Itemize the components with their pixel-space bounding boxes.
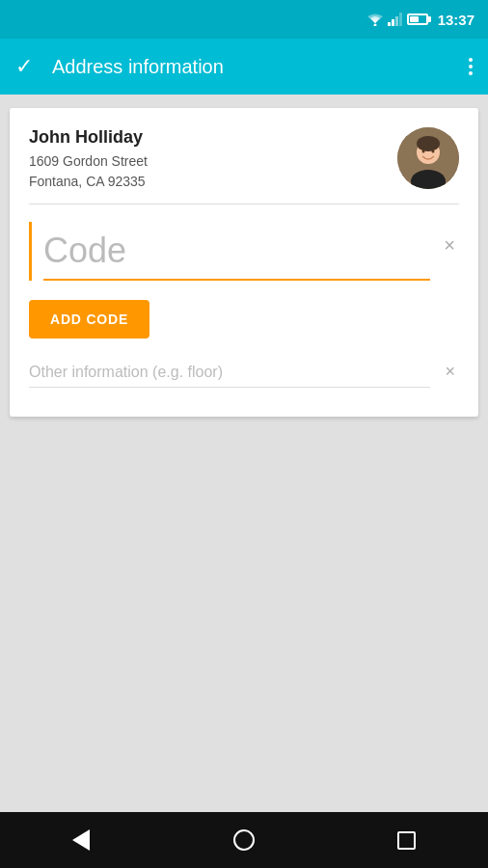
other-info-underline	[29, 387, 430, 388]
user-section: John Holliday 1609 Gordon Street Fontana…	[29, 127, 459, 192]
svg-rect-2	[392, 19, 394, 26]
signal-icon	[388, 13, 403, 26]
address-line1: 1609 Gordon Street	[29, 153, 148, 169]
dot2	[469, 65, 473, 68]
address-line2: Fontana, CA 92335	[29, 174, 146, 189]
svg-point-9	[422, 150, 425, 153]
user-address: 1609 Gordon Street Fontana, CA 92335	[29, 151, 382, 192]
svg-rect-1	[388, 22, 391, 26]
page-title: Address information	[52, 56, 469, 78]
status-bar: 13:37	[0, 0, 488, 39]
code-placeholder: Code	[43, 222, 459, 275]
code-underline	[43, 279, 430, 281]
svg-rect-3	[395, 16, 398, 26]
divider	[29, 203, 459, 204]
status-icons: 13:37	[366, 12, 474, 28]
battery-icon	[407, 14, 428, 25]
home-icon	[233, 829, 255, 851]
add-code-button[interactable]: ADD CODE	[29, 300, 149, 339]
svg-point-8	[417, 136, 440, 151]
address-card: John Holliday 1609 Gordon Street Fontana…	[10, 108, 478, 417]
dot3	[469, 71, 473, 75]
svg-point-10	[432, 150, 435, 153]
user-info: John Holliday 1609 Gordon Street Fontana…	[29, 127, 382, 192]
svg-rect-4	[399, 13, 402, 26]
other-info-group: Other information (e.g. floor) ×	[29, 362, 459, 393]
nav-home-button[interactable]	[225, 821, 263, 859]
code-clear-button[interactable]: ×	[444, 235, 455, 255]
more-options-button[interactable]	[469, 58, 473, 75]
user-name: John Holliday	[29, 127, 382, 148]
bottom-nav	[0, 812, 488, 868]
svg-point-0	[373, 24, 376, 27]
back-icon	[72, 829, 90, 851]
check-button[interactable]: ✓	[15, 54, 33, 79]
avatar	[397, 127, 459, 189]
other-info-clear-button[interactable]: ×	[445, 362, 455, 382]
code-input-group: Code ×	[29, 222, 459, 281]
nav-recent-button[interactable]	[388, 821, 426, 859]
app-bar: ✓ Address information	[0, 39, 488, 95]
nav-back-button[interactable]	[62, 821, 100, 859]
other-info-placeholder[interactable]: Other information (e.g. floor)	[29, 362, 430, 383]
status-time: 13:37	[438, 12, 474, 28]
recent-icon	[397, 831, 416, 850]
dot1	[469, 58, 473, 62]
wifi-icon	[366, 13, 384, 26]
